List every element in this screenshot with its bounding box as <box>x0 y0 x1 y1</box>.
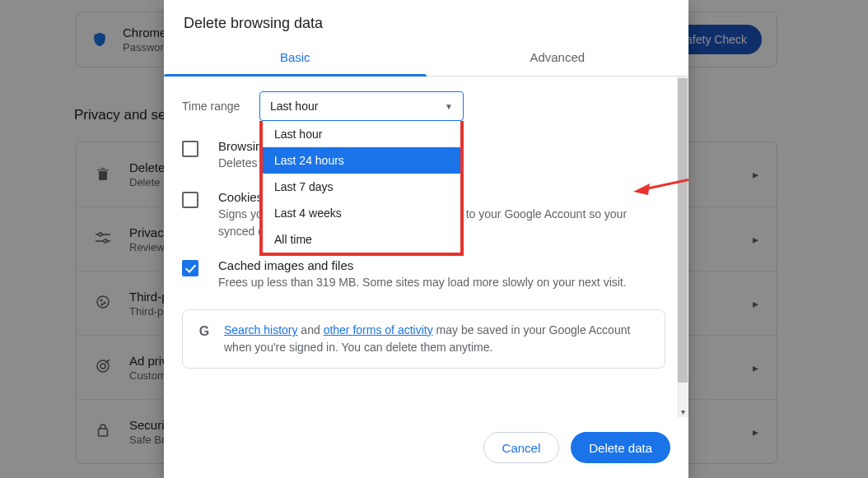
search-history-link[interactable]: Search history <box>224 323 297 336</box>
dialog-body: Time range Last hour ▼ Last hour Last 24… <box>164 77 688 417</box>
tab-advanced[interactable]: Advanced <box>427 40 689 76</box>
checkbox-cookies[interactable] <box>182 192 198 208</box>
dialog-title: Delete browsing data <box>164 0 688 40</box>
info-text: Search history and other forms of activi… <box>224 322 651 356</box>
delete-data-button[interactable]: Delete data <box>571 432 670 463</box>
time-range-select[interactable]: Last hour ▼ <box>259 91 464 121</box>
delete-browsing-data-dialog: Delete browsing data Basic Advanced Time… <box>164 0 688 478</box>
scrollbar-down-icon[interactable]: ▾ <box>677 406 688 417</box>
checkbox-cached-images[interactable] <box>182 260 198 276</box>
option-sub: Frees up less than 319 MB. Some sites ma… <box>218 274 665 291</box>
dialog-footer: Cancel Delete data <box>164 417 688 478</box>
dialog-tabs: Basic Advanced <box>164 40 688 77</box>
time-option-last-24-hours[interactable]: Last 24 hours <box>263 147 460 174</box>
tab-basic[interactable]: Basic <box>164 40 427 76</box>
time-option-last-7-days[interactable]: Last 7 days <box>263 174 460 200</box>
chevron-down-icon: ▼ <box>445 102 453 111</box>
scrollbar[interactable]: ▾ <box>677 77 688 417</box>
cancel-button[interactable]: Cancel <box>483 432 560 463</box>
checkbox-browsing-history[interactable] <box>182 141 198 157</box>
google-account-info: G Search history and other forms of acti… <box>182 309 665 369</box>
time-option-last-hour[interactable]: Last hour <box>263 121 460 147</box>
option-title: Cached images and files <box>218 258 665 272</box>
time-option-last-4-weeks[interactable]: Last 4 weeks <box>263 200 460 226</box>
other-activity-link[interactable]: other forms of activity <box>324 323 433 336</box>
time-range-label: Time range <box>182 100 259 113</box>
google-logo-icon: G <box>196 322 212 338</box>
option-cached-images: Cached images and files Frees up less th… <box>182 258 665 291</box>
time-range-selected-value: Last hour <box>270 100 318 113</box>
time-option-all-time[interactable]: All time <box>263 226 460 253</box>
time-range-dropdown: Last hour Last 24 hours Last 7 days Last… <box>259 121 464 256</box>
scrollbar-thumb[interactable] <box>678 78 688 383</box>
